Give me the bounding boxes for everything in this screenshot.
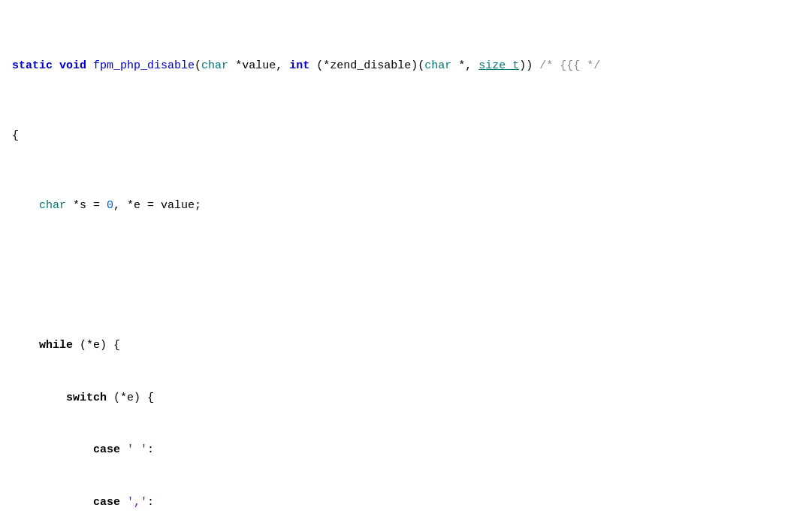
keyword-case2: case [93,496,120,509]
comment-fold: /* {{{ */ [539,59,600,72]
type-char: char [201,59,228,72]
keyword-case1: case [93,443,120,456]
num-zero1: 0 [107,199,113,212]
function-name: fpm_php_disable [93,59,195,72]
keyword-static: static [12,59,53,72]
line-2: { [12,127,800,144]
keyword-switch: switch [66,392,107,404]
line-6: switch (*e) { [12,389,800,407]
line-8: case ',': [12,494,800,511]
type-size_t: size_t [478,59,519,72]
line-7: case ' ': [12,441,800,458]
type-char2: char [424,59,451,72]
str-space: ' ' [127,443,147,456]
paren-open: ( [195,59,201,72]
str-comma: ',' [127,496,147,509]
line-blank1 [12,267,800,284]
line-3: char *s = 0, *e = value; [12,197,800,214]
line-1: static void fpm_php_disable(char *value,… [12,57,800,74]
type-char3: char [39,199,66,212]
keyword-void: void [59,59,86,72]
line-5: while (*e) { [12,337,800,354]
keyword-while: while [39,339,73,352]
code-viewer: static void fpm_php_disable(char *value,… [0,3,812,514]
keyword-int: int [289,59,309,72]
